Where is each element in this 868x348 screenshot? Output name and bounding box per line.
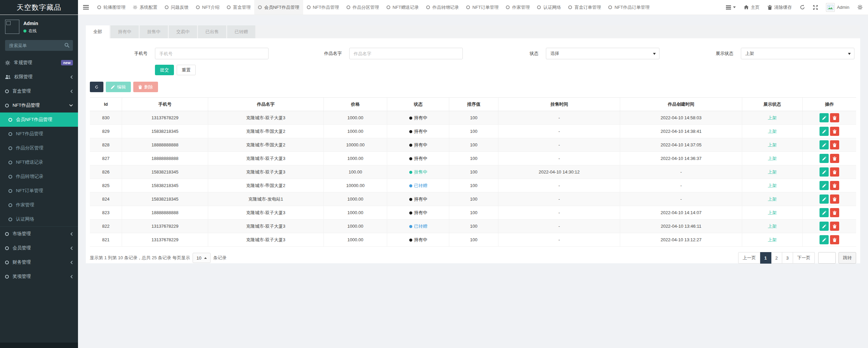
sidebar-subitem-5[interactable]: 作品转增记录 <box>0 169 78 184</box>
phone-input[interactable] <box>155 48 269 59</box>
row-edit-button[interactable] <box>820 222 829 231</box>
row-edit-button[interactable] <box>820 154 829 163</box>
submit-button[interactable]: 提交 <box>155 65 174 75</box>
topnav-items: 轮播图管理系统配置问题反馈NFT介绍盲盒管理会员NFT作品管理NFT作品管理作品… <box>94 0 653 15</box>
sidebar-bottom-item-3[interactable]: 财务管理 <box>0 255 78 269</box>
topnav-item-5[interactable]: 盲盒管理 <box>223 0 254 15</box>
fullscreen-button[interactable] <box>813 5 818 10</box>
row-delete-button[interactable] <box>830 127 839 136</box>
row-delete-button[interactable] <box>830 235 839 244</box>
display-status-link[interactable]: 上架 <box>768 129 776 134</box>
tab-2[interactable]: 持有中 <box>111 25 139 38</box>
display-status-link[interactable]: 上架 <box>768 183 776 188</box>
display-status-link[interactable]: 上架 <box>768 169 776 175</box>
topnav-item-7[interactable]: NFT作品管理 <box>303 0 343 15</box>
settings-button[interactable] <box>857 5 863 10</box>
topnav-item-11[interactable]: NFT订单管理 <box>462 0 502 15</box>
sidebar-subitem-1[interactable]: 会员NFT作品管理 <box>0 112 78 127</box>
display-status-link[interactable]: 上架 <box>768 115 776 120</box>
row-edit-button[interactable] <box>820 167 829 177</box>
sidebar-bottom-item-1[interactable]: 市场管理 <box>0 227 78 241</box>
per-page-select[interactable]: 10 <box>193 253 210 263</box>
cell-work-name: 克隆城市-双子大厦3 <box>208 152 323 165</box>
topnav-item-4[interactable]: NFT介绍 <box>192 0 223 15</box>
row-delete-button[interactable] <box>830 195 839 204</box>
work-name-input[interactable] <box>349 48 463 59</box>
topnav-item-14[interactable]: 盲盒订单管理 <box>565 0 605 15</box>
search-icon[interactable] <box>64 43 70 48</box>
row-delete-button[interactable] <box>830 181 839 190</box>
sidebar-subitem-4[interactable]: NFT赠送记录 <box>0 155 78 169</box>
circle-icon <box>608 5 612 9</box>
topnav-item-10[interactable]: 作品转增记录 <box>422 0 462 15</box>
sidebar-item-4[interactable]: NFT作品管理 <box>0 98 78 112</box>
row-edit-button[interactable] <box>820 127 829 136</box>
display-status-link[interactable]: 上架 <box>768 142 776 147</box>
sidebar-item-2[interactable]: 权限管理 <box>0 70 78 84</box>
row-delete-button[interactable] <box>830 222 839 231</box>
sidebar-item-3[interactable]: 盲盒管理 <box>0 84 78 98</box>
home-button[interactable]: 主页 <box>744 4 760 11</box>
display-status-link[interactable]: 上架 <box>768 224 776 229</box>
page-button-3[interactable]: 3 <box>782 252 793 264</box>
topnav-item-9[interactable]: NFT赠送记录 <box>383 0 422 15</box>
topnav-item-15[interactable]: NFT作品订单管理 <box>605 0 653 15</box>
sidebar-subitem-3[interactable]: 作品分区管理 <box>0 141 78 155</box>
delete-button[interactable]: 删除 <box>133 82 158 92</box>
sidebar-subitem-6[interactable]: NFT订单管理 <box>0 184 78 198</box>
clear-cache-button[interactable]: 清除缓存 <box>768 4 792 11</box>
sidebar-subitem-8[interactable]: 认证网络 <box>0 212 78 226</box>
edit-button[interactable]: 编辑 <box>106 82 131 92</box>
menu-search-input[interactable] <box>5 40 73 51</box>
sidebar-menu: 常规管理new权限管理盲盒管理NFT作品管理 <box>0 56 78 112</box>
sidebar-item-1[interactable]: 常规管理new <box>0 56 78 70</box>
reset-button[interactable]: 重置 <box>177 65 196 75</box>
refresh-page-button[interactable] <box>800 5 805 10</box>
tab-4[interactable]: 交易中 <box>169 25 197 38</box>
row-delete-button[interactable] <box>830 154 839 163</box>
topnav-item-13[interactable]: 认证网络 <box>533 0 565 15</box>
refresh-button[interactable] <box>90 82 103 92</box>
row-edit-button[interactable] <box>820 181 829 190</box>
row-delete-button[interactable] <box>830 208 839 217</box>
sidebar-toggle-button[interactable] <box>78 0 94 15</box>
page-button-2[interactable]: 2 <box>771 252 782 264</box>
sidebar-subitem-2[interactable]: NFT作品管理 <box>0 127 78 141</box>
row-edit-button[interactable] <box>820 140 829 149</box>
jump-button[interactable]: 跳转 <box>839 252 856 264</box>
row-edit-button[interactable] <box>820 208 829 217</box>
display-status-select[interactable]: 上架 <box>741 48 854 59</box>
user-menu[interactable]: Admin <box>826 3 849 12</box>
row-delete-button[interactable] <box>830 140 839 149</box>
sidebar-subitem-7[interactable]: 作家管理 <box>0 198 78 212</box>
topnav-item-6[interactable]: 会员NFT作品管理 <box>254 0 303 15</box>
topnav-item-12[interactable]: 作家管理 <box>502 0 533 15</box>
next-page-button[interactable]: 下一页 <box>793 252 815 264</box>
tab-5[interactable]: 已出售 <box>198 25 226 38</box>
display-status-link[interactable]: 上架 <box>768 197 776 202</box>
jump-page-input[interactable] <box>818 252 836 264</box>
row-delete-button[interactable] <box>830 113 839 122</box>
sidebar-bottom-item-4[interactable]: 奖项管理 <box>0 269 78 284</box>
brand-logo[interactable]: 天空数字藏品 <box>0 0 78 15</box>
status-select[interactable]: 选择 <box>546 48 659 59</box>
display-status-link[interactable]: 上架 <box>768 210 776 215</box>
display-status-link[interactable]: 上架 <box>768 237 776 242</box>
tab-list-dropdown[interactable] <box>726 5 736 9</box>
topnav-item-1[interactable]: 轮播图管理 <box>94 0 129 15</box>
tab-1[interactable]: 全部 <box>86 25 110 38</box>
page-button-1[interactable]: 1 <box>760 252 771 264</box>
topnav-item-2[interactable]: 系统配置 <box>129 0 161 15</box>
display-status-link[interactable]: 上架 <box>768 156 776 161</box>
row-edit-button[interactable] <box>820 113 829 122</box>
row-edit-button[interactable] <box>820 235 829 244</box>
circle-icon <box>5 246 9 250</box>
tab-3[interactable]: 挂售中 <box>140 25 168 38</box>
tab-6[interactable]: 已转赠 <box>227 25 255 38</box>
row-delete-button[interactable] <box>830 167 839 177</box>
row-edit-button[interactable] <box>820 195 829 204</box>
topnav-item-8[interactable]: 作品分区管理 <box>343 0 383 15</box>
prev-page-button[interactable]: 上一页 <box>738 252 760 264</box>
sidebar-bottom-item-2[interactable]: 会员管理 <box>0 241 78 255</box>
topnav-item-3[interactable]: 问题反馈 <box>161 0 192 15</box>
